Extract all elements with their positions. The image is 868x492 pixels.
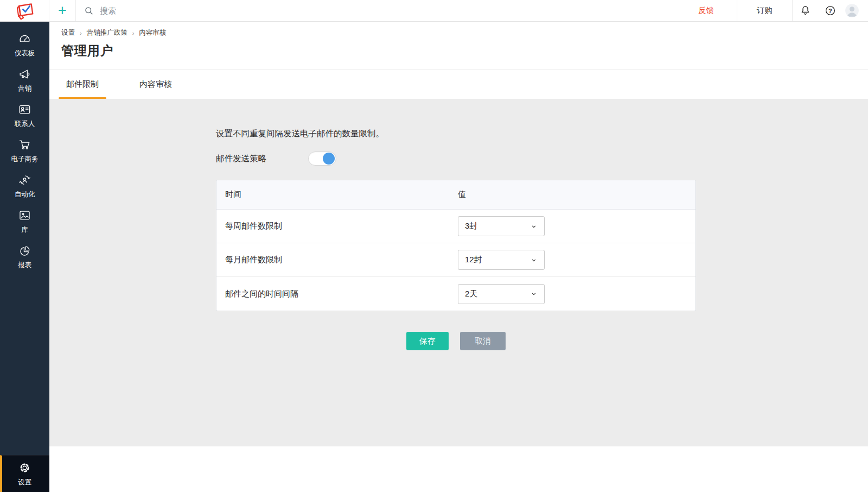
search-icon [84, 5, 94, 16]
sidebar-item-settings[interactable]: 设置 [0, 455, 49, 492]
help-button[interactable]: ? [818, 0, 843, 21]
gear-icon [18, 461, 31, 475]
sidebar-item-library[interactable]: 库 [0, 204, 49, 239]
table-row: 邮件之间的时间间隔 2天 [216, 277, 695, 311]
subscribe-link[interactable]: 订购 [737, 0, 792, 21]
dashboard-gauge-icon [18, 32, 31, 46]
topbar: + 反馈 订购 ? [0, 0, 868, 22]
sidebar-item-marketing[interactable]: 营销 [0, 62, 49, 98]
search-input[interactable] [100, 6, 328, 15]
breadcrumb: 设置 › 营销推广政策 › 内容审核 [49, 22, 868, 38]
sidebar-item-label: 设置 [18, 478, 31, 487]
avatar-icon [845, 3, 859, 18]
column-header-value: 值 [458, 190, 695, 200]
create-new-button[interactable]: + [49, 0, 75, 21]
sidebar-item-label: 电子商务 [11, 155, 39, 164]
help-icon: ? [824, 4, 837, 17]
megaphone-icon [18, 67, 31, 81]
breadcrumb-separator: › [132, 30, 135, 36]
sidebar: 仪表板 营销 联系人 [0, 22, 49, 492]
sidebar-item-contacts[interactable]: 联系人 [0, 98, 49, 133]
table-header-row: 时间 值 [216, 180, 695, 210]
interval-value: 2天 [465, 289, 477, 299]
sidebar-item-reports[interactable]: 报表 [0, 239, 49, 274]
sidebar-item-label: 自动化 [15, 190, 35, 199]
breadcrumb-content-review: 内容审核 [139, 28, 166, 37]
shopping-cart-icon [18, 138, 31, 152]
email-limits-table: 时间 值 每周邮件数限制 3封 [216, 180, 696, 311]
campaigns-megaphone-logo [12, 1, 37, 21]
image-library-icon [18, 209, 31, 222]
column-header-time: 时间 [216, 190, 458, 200]
sidebar-item-label: 库 [21, 225, 28, 235]
table-row: 每周邮件数限制 3封 [216, 210, 695, 243]
chevron-down-icon [530, 223, 538, 230]
weekly-limit-select[interactable]: 3封 [458, 216, 545, 236]
topbar-right: 反馈 订购 ? [675, 0, 868, 21]
contact-card-icon [18, 103, 31, 116]
email-policy-toggle[interactable] [308, 152, 336, 166]
sidebar-item-label: 营销 [18, 84, 31, 93]
cancel-button[interactable]: 取消 [460, 332, 506, 350]
limits-description: 设置不同重复间隔发送电子邮件的数量限制。 [216, 99, 696, 140]
sidebar-item-dashboard[interactable]: 仪表板 [0, 27, 49, 62]
monthly-limit-value: 12封 [465, 255, 482, 265]
sidebar-item-label: 联系人 [15, 119, 35, 129]
chevron-down-icon [530, 256, 538, 264]
tab-email-limits[interactable]: 邮件限制 [59, 70, 106, 99]
tab-content-review[interactable]: 内容审核 [132, 70, 180, 99]
table-row: 每月邮件数限制 12封 [216, 243, 695, 277]
sidebar-item-label: 报表 [18, 261, 31, 270]
weekly-limit-value: 3封 [465, 221, 477, 231]
app-window: + 反馈 订购 ? [0, 0, 868, 492]
monthly-limit-label: 每月邮件数限制 [216, 255, 458, 265]
svg-text:?: ? [828, 8, 832, 14]
interval-select[interactable]: 2天 [458, 284, 545, 304]
page-title: 管理用户 [49, 38, 868, 69]
page-footer-space [49, 446, 868, 492]
sidebar-spacer [0, 274, 49, 455]
email-policy-label: 邮件发送策略 [216, 153, 308, 165]
sidebar-item-automation[interactable]: 自动化 [0, 168, 49, 204]
chevron-down-icon [530, 290, 538, 298]
monthly-limit-select[interactable]: 12封 [458, 250, 545, 270]
tab-bar: 邮件限制 内容审核 [49, 69, 868, 99]
automation-person-sync-icon [18, 173, 31, 187]
app-logo[interactable] [0, 0, 49, 21]
interval-label: 邮件之间的时间间隔 [216, 289, 458, 299]
action-buttons: 保存 取消 [216, 332, 696, 350]
toggle-knob [323, 153, 335, 165]
breadcrumb-settings[interactable]: 设置 [61, 28, 75, 37]
tab-content: 设置不同重复间隔发送电子邮件的数量限制。 邮件发送策略 时间 值 [49, 99, 868, 446]
feedback-link[interactable]: 反馈 [675, 0, 737, 21]
pie-chart-icon [18, 244, 31, 257]
email-policy-row: 邮件发送策略 [216, 152, 696, 166]
breadcrumb-separator: › [80, 30, 82, 36]
breadcrumb-marketing-policy[interactable]: 营销推广政策 [87, 28, 127, 37]
user-avatar[interactable] [843, 0, 868, 21]
weekly-limit-label: 每周邮件数限制 [216, 221, 458, 231]
notifications-button[interactable] [793, 0, 818, 21]
bell-icon [799, 4, 812, 17]
sidebar-item-ecommerce[interactable]: 电子商务 [0, 133, 49, 168]
main-area: 设置 › 营销推广政策 › 内容审核 管理用户 邮件限制 内容审核 设置不同重复… [49, 22, 868, 492]
sidebar-item-label: 仪表板 [15, 49, 35, 58]
save-button[interactable]: 保存 [406, 332, 449, 350]
search-bar [76, 0, 675, 21]
